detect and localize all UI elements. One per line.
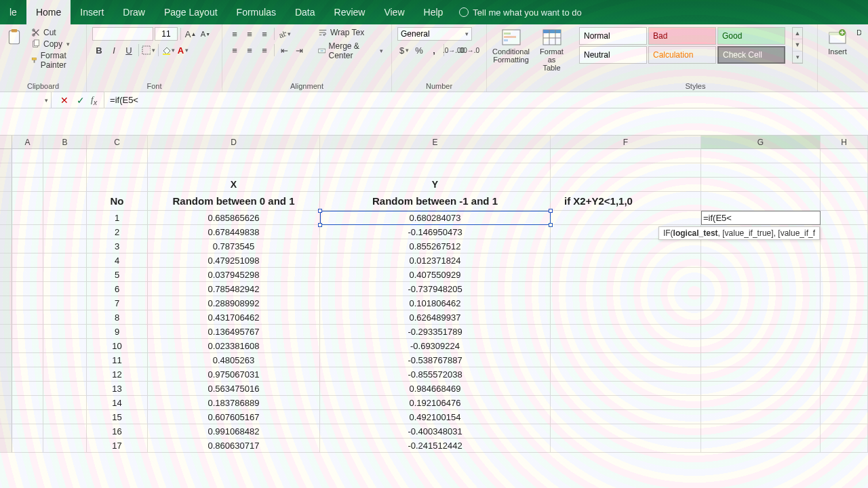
cell-C7[interactable]: 3	[87, 239, 148, 253]
cell-B16[interactable]	[43, 367, 87, 382]
cell-H16[interactable]	[821, 367, 868, 382]
cell-E2[interactable]	[320, 163, 551, 178]
rowhdr-1[interactable]	[0, 149, 12, 163]
cell-A1[interactable]	[12, 149, 43, 163]
cell-D8[interactable]: 0.479251098	[148, 253, 320, 268]
cell-F16[interactable]	[551, 367, 701, 382]
align-left-button[interactable]: ≡	[228, 43, 241, 57]
cell-A4[interactable]	[12, 192, 43, 211]
align-middle-button[interactable]: ≡	[243, 27, 256, 41]
cell-G14[interactable]	[701, 339, 821, 353]
cell-B14[interactable]	[43, 339, 87, 353]
delete-cells-button[interactable]: D	[857, 27, 861, 37]
cell-G19[interactable]	[701, 410, 821, 424]
insert-cells-button[interactable]: Insert	[823, 27, 852, 56]
cell-E5[interactable]: 0.680284073	[320, 211, 551, 225]
number-format-dropdown[interactable]: General▾	[397, 27, 472, 41]
cell-A13[interactable]	[12, 325, 43, 339]
decrease-decimal-button[interactable]: .00→.0	[462, 43, 475, 57]
cell-H7[interactable]	[821, 239, 868, 253]
cell-G3[interactable]	[701, 178, 821, 192]
rowhdr-13[interactable]	[0, 325, 12, 339]
cell-G20[interactable]	[701, 424, 821, 439]
cell-C14[interactable]: 10	[87, 339, 148, 353]
tab-pagelayout[interactable]: Page Layout	[155, 0, 227, 24]
cell-G11[interactable]	[701, 296, 821, 310]
cell-D19[interactable]: 0.607605167	[148, 410, 320, 424]
cell-C3[interactable]	[87, 178, 148, 192]
rowhdr-15[interactable]	[0, 353, 12, 367]
colhdr-G[interactable]: G	[701, 136, 821, 148]
cell-D20[interactable]: 0.991068482	[148, 424, 320, 439]
cell-C8[interactable]: 4	[87, 253, 148, 268]
copy-button[interactable]: Copy	[28, 39, 81, 49]
decrease-font-button[interactable]: A▼	[199, 27, 212, 41]
cell-F13[interactable]	[551, 325, 701, 339]
cell-H11[interactable]	[821, 296, 868, 310]
font-name-input[interactable]	[92, 27, 153, 41]
align-bottom-button[interactable]: ≡	[258, 27, 271, 41]
cell-B8[interactable]	[43, 253, 87, 268]
cell-F10[interactable]	[551, 282, 701, 296]
cell-E9[interactable]: 0.407550929	[320, 268, 551, 282]
cell-H15[interactable]	[821, 353, 868, 367]
cell-A2[interactable]	[12, 163, 43, 178]
format-painter-button[interactable]: Format Painter	[28, 50, 81, 70]
cell-G12[interactable]	[701, 310, 821, 325]
rowhdr-19[interactable]	[0, 410, 12, 424]
cell-A11[interactable]	[12, 296, 43, 310]
cell-C11[interactable]: 7	[87, 296, 148, 310]
cell-D7[interactable]: 0.7873545	[148, 239, 320, 253]
cell-B7[interactable]	[43, 239, 87, 253]
cell-H5[interactable]	[821, 211, 868, 225]
cell-B3[interactable]	[43, 178, 87, 192]
rowhdr-2[interactable]	[0, 163, 12, 178]
cell-E8[interactable]: 0.012371824	[320, 253, 551, 268]
styles-scroll-up[interactable]: ▲	[793, 28, 802, 39]
cell-D14[interactable]: 0.023381608	[148, 339, 320, 353]
cell-G13[interactable]	[701, 325, 821, 339]
cell-H9[interactable]	[821, 268, 868, 282]
cell-C21[interactable]: 17	[87, 439, 148, 453]
cell-A21[interactable]	[12, 439, 43, 453]
cell-D11[interactable]: 0.288908992	[148, 296, 320, 310]
cell-E11[interactable]: 0.101806462	[320, 296, 551, 310]
rowhdr-12[interactable]	[0, 310, 12, 325]
cell-G18[interactable]	[701, 396, 821, 410]
styles-scroll-down[interactable]: ▼	[793, 39, 802, 51]
tab-home[interactable]: Home	[26, 0, 71, 24]
colhdr-F[interactable]: F	[551, 136, 701, 148]
cell-F5[interactable]	[551, 211, 701, 225]
cell-B4[interactable]	[43, 192, 87, 211]
cell-D6[interactable]: 0.678449838	[148, 225, 320, 239]
cell-C20[interactable]: 16	[87, 424, 148, 439]
cell-A19[interactable]	[12, 410, 43, 424]
cell-F2[interactable]	[551, 163, 701, 178]
rowhdr-9[interactable]	[0, 268, 12, 282]
tab-draw[interactable]: Draw	[113, 0, 155, 24]
rowhdr-10[interactable]	[0, 282, 12, 296]
formula-bar-input[interactable]: =if(E5<	[104, 92, 868, 108]
tab-formulas[interactable]: Formulas	[227, 0, 285, 24]
cell-C18[interactable]: 14	[87, 396, 148, 410]
cell-A14[interactable]	[12, 339, 43, 353]
cell-E14[interactable]: -0.69309224	[320, 339, 551, 353]
cell-H6[interactable]	[821, 225, 868, 239]
cell-F17[interactable]	[551, 382, 701, 396]
colhdr-H[interactable]: H	[821, 136, 868, 148]
cell-D16[interactable]: 0.975067031	[148, 367, 320, 382]
cell-H21[interactable]	[821, 439, 868, 453]
cell-C9[interactable]: 5	[87, 268, 148, 282]
cut-button[interactable]: Cut	[28, 27, 81, 38]
conditional-formatting-button[interactable]: Conditional Formatting	[492, 27, 530, 64]
cell-H4[interactable]	[821, 192, 868, 211]
cell-G1[interactable]	[701, 149, 821, 163]
cell-B11[interactable]	[43, 296, 87, 310]
cell-F15[interactable]	[551, 353, 701, 367]
rowhdr-20[interactable]	[0, 424, 12, 439]
cell-A7[interactable]	[12, 239, 43, 253]
cell-G5[interactable]: =if(E5<IF(logical_test, [value_if_true],…	[701, 211, 821, 225]
rowhdr-17[interactable]	[0, 382, 12, 396]
cell-H17[interactable]	[821, 382, 868, 396]
rowhdr-16[interactable]	[0, 367, 12, 382]
